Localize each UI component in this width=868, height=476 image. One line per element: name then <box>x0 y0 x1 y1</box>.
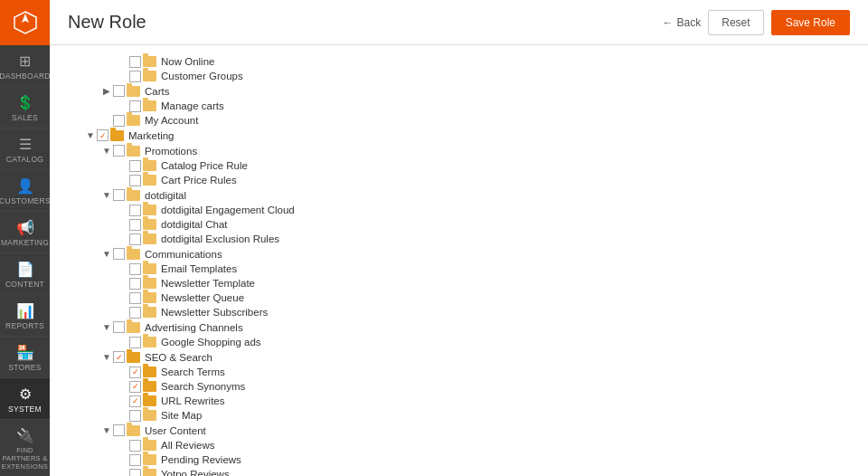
tree-node: All Reviews <box>68 438 850 452</box>
permission-checkbox[interactable] <box>129 337 141 348</box>
node-label: Google Shopping ads <box>161 337 261 347</box>
sales-icon: 💲 <box>16 94 34 111</box>
permission-checkbox[interactable] <box>129 454 141 466</box>
sidebar-item-extensions[interactable]: 🔌 FIND PARTNERS & EXTENSIONS <box>0 420 50 476</box>
folder-icon <box>143 395 156 406</box>
role-resources-tree: Now OnlineCustomer Groups▶CartsManage ca… <box>50 45 868 476</box>
node-label: Yotpo Reviews <box>161 469 230 476</box>
tree-node: ▼Promotions <box>68 143 850 158</box>
permission-checkbox[interactable] <box>113 189 125 201</box>
folder-icon <box>143 160 156 171</box>
sidebar-item-system[interactable]: ⚙ SYSTEM <box>0 378 50 420</box>
node-label: dotdigital <box>145 190 186 201</box>
toggle-icon[interactable]: ▼ <box>100 189 113 202</box>
node-label: Advertising Channels <box>145 322 243 333</box>
folder-icon <box>127 425 140 436</box>
permission-checkbox[interactable] <box>113 115 125 127</box>
permission-checkbox[interactable] <box>129 367 141 378</box>
page-title: New Role <box>68 12 146 33</box>
toggle-icon[interactable]: ▶ <box>100 85 113 98</box>
permission-checkbox[interactable] <box>129 410 141 422</box>
header-actions: ← Back Reset Save Role <box>663 10 850 35</box>
node-label: All Reviews <box>161 440 214 451</box>
permission-checkbox[interactable] <box>129 175 141 186</box>
back-arrow-icon: ← <box>663 16 674 29</box>
permission-checkbox[interactable] <box>129 469 141 477</box>
permission-checkbox[interactable] <box>97 129 108 141</box>
folder-icon <box>143 219 156 230</box>
permission-checkbox[interactable] <box>129 440 141 452</box>
sidebar-item-reports[interactable]: 📊 REPORTS <box>0 295 50 337</box>
node-label: Email Templates <box>161 263 237 274</box>
permission-checkbox[interactable] <box>129 307 141 319</box>
tree-node: Site Map <box>68 408 850 423</box>
permission-checkbox[interactable] <box>129 263 141 275</box>
node-label: User Content <box>145 425 206 436</box>
tree-node: ▼SEO & Search <box>68 349 850 365</box>
toggle-icon[interactable]: ▼ <box>100 248 113 261</box>
sidebar-item-marketing[interactable]: 📢 MARKETING <box>0 212 50 253</box>
node-label: Newsletter Queue <box>161 292 244 303</box>
permission-checkbox[interactable] <box>113 351 125 363</box>
permission-checkbox[interactable] <box>129 160 141 172</box>
permission-checkbox[interactable] <box>113 321 125 333</box>
permission-checkbox[interactable] <box>129 100 141 112</box>
node-label: Search Terms <box>161 367 225 377</box>
node-label: Communications <box>145 249 222 260</box>
permission-checkbox[interactable] <box>129 56 141 68</box>
save-role-button[interactable]: Save Role <box>771 10 850 35</box>
sidebar-item-customers[interactable]: 👤 CUSTOMERS <box>0 170 50 212</box>
tree-node: Pending Reviews <box>68 452 850 467</box>
page-header: New Role ← Back Reset Save Role <box>50 0 868 45</box>
tree-node: ▶Carts <box>68 83 850 99</box>
node-label: dotdigital Chat <box>161 219 228 230</box>
folder-icon <box>143 100 156 111</box>
permissions-tree: Now OnlineCustomer Groups▶CartsManage ca… <box>68 54 850 476</box>
toggle-icon[interactable]: ▼ <box>100 351 113 364</box>
folder-icon <box>143 410 156 421</box>
folder-icon <box>143 367 156 377</box>
back-button[interactable]: ← Back <box>663 16 702 29</box>
node-label: dotdigital Engagement Cloud <box>161 205 295 215</box>
sidebar-item-dashboard[interactable]: ⊞ DASHBOARD <box>0 45 50 87</box>
toggle-icon[interactable]: ▼ <box>84 129 97 142</box>
node-label: My Account <box>145 115 198 126</box>
folder-icon <box>143 469 156 476</box>
sidebar-item-sales[interactable]: 💲 SALES <box>0 87 50 129</box>
permission-checkbox[interactable] <box>113 145 125 157</box>
permission-checkbox[interactable] <box>129 278 141 290</box>
toggle-icon[interactable]: ▼ <box>100 424 113 437</box>
tree-node: URL Rewrites <box>68 394 850 408</box>
tree-node: Newsletter Queue <box>68 290 850 305</box>
tree-node: Email Templates <box>68 262 850 276</box>
tree-node: Newsletter Subscribers <box>68 305 850 319</box>
folder-icon <box>110 130 124 141</box>
sidebar-item-content[interactable]: 📄 CONTENT <box>0 253 50 295</box>
permission-checkbox[interactable] <box>113 248 125 260</box>
toggle-icon[interactable]: ▼ <box>100 145 113 157</box>
permission-checkbox[interactable] <box>129 205 141 216</box>
permission-checkbox[interactable] <box>129 395 141 407</box>
permission-checkbox[interactable] <box>129 381 141 393</box>
tree-node: My Account <box>68 113 850 128</box>
permission-checkbox[interactable] <box>129 292 141 304</box>
tree-node: Search Synonyms <box>68 379 850 394</box>
toggle-icon[interactable]: ▼ <box>100 321 113 334</box>
permission-checkbox[interactable] <box>129 233 141 245</box>
node-label: Search Synonyms <box>161 381 245 392</box>
folder-icon <box>127 352 140 363</box>
folder-icon <box>143 71 156 81</box>
node-label: Newsletter Subscribers <box>161 307 268 318</box>
sidebar-item-catalog[interactable]: ☰ CATALOG <box>0 129 50 170</box>
sidebar-item-stores[interactable]: 🏪 STORES <box>0 337 50 378</box>
permission-checkbox[interactable] <box>113 85 125 97</box>
permission-checkbox[interactable] <box>113 424 125 436</box>
tree-node: Google Shopping ads <box>68 335 850 349</box>
node-label: Marketing <box>128 130 175 141</box>
tree-node: ▼Communications <box>68 246 850 262</box>
node-label: Now Online <box>161 56 214 67</box>
system-icon: ⚙ <box>19 386 32 403</box>
reset-button[interactable]: Reset <box>708 10 763 35</box>
permission-checkbox[interactable] <box>129 71 141 82</box>
permission-checkbox[interactable] <box>129 219 141 231</box>
